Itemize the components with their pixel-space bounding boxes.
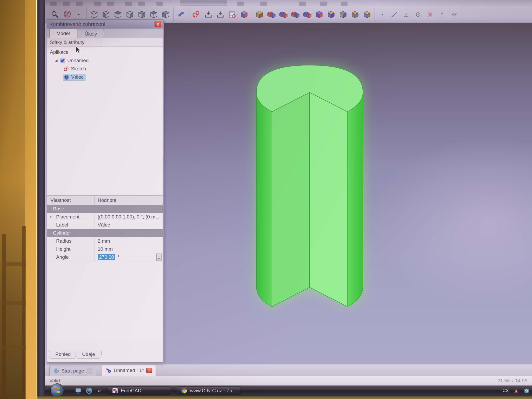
- internet-explorer-icon[interactable]: [86, 387, 92, 394]
- measure-toggle-icon[interactable]: [436, 9, 448, 20]
- angle-editor[interactable]: 270,00 °: [95, 253, 163, 261]
- property-row-angle[interactable]: Angle 270,00 ° ▲ ▼: [47, 253, 163, 261]
- toolbar-partial-icon[interactable]: [299, 2, 306, 6]
- freecad-task-icon: [112, 388, 118, 394]
- tray-red-icon[interactable]: [513, 388, 519, 394]
- tree-item-valec[interactable]: Válec: [47, 73, 163, 81]
- property-col-value[interactable]: Hodnota: [95, 197, 116, 203]
- toolbar-partial-icon[interactable]: [125, 2, 132, 6]
- measure-clear-icon[interactable]: [424, 9, 436, 20]
- chrome-task-icon: [181, 388, 187, 394]
- tab-pohled[interactable]: Pohled: [48, 350, 78, 358]
- panel-close-button[interactable]: x: [155, 21, 161, 27]
- view-top-icon[interactable]: [112, 9, 124, 20]
- spin-down-icon[interactable]: ▼: [158, 258, 160, 260]
- measure-point-icon[interactable]: [377, 9, 388, 20]
- tree-item-sketch[interactable]: Sketch: [47, 65, 163, 73]
- toolbar-partial-icon[interactable]: [320, 2, 327, 6]
- show-desktop-icon[interactable]: [75, 387, 82, 394]
- tab-close-icon[interactable]: ✕: [146, 368, 152, 373]
- property-row-placement[interactable]: Placement [(0,00 0,00 1,00); 0 °; (0 m..…: [47, 213, 163, 221]
- part-revolve-icon[interactable]: [325, 9, 337, 20]
- draft-pen-icon[interactable]: [175, 9, 187, 20]
- property-group-base[interactable]: Base: [47, 205, 163, 213]
- tray-update-icon[interactable]: [524, 388, 529, 394]
- tab-udaje[interactable]: Údaje: [75, 350, 102, 358]
- mouse-cursor: [75, 46, 82, 55]
- language-indicator[interactable]: CS: [502, 388, 509, 393]
- windows-logo-icon: [54, 387, 61, 394]
- part-mirror-icon[interactable]: [337, 9, 349, 20]
- labels-attributes-header[interactable]: Štítky & atributy: [47, 38, 163, 47]
- view-front-icon[interactable]: [100, 9, 112, 20]
- view-axonometric-icon[interactable]: [88, 9, 100, 20]
- expander-icon[interactable]: [55, 59, 58, 62]
- spin-up-icon[interactable]: ▲: [158, 254, 160, 257]
- zoom-icon[interactable]: [49, 9, 61, 20]
- leave-sketch-icon[interactable]: [203, 9, 214, 20]
- part-box-icon[interactable]: [254, 9, 265, 20]
- toolbar-partial-icon[interactable]: [156, 2, 163, 6]
- toolbar-partial-icon[interactable]: [260, 2, 267, 6]
- fit-all-icon[interactable]: [61, 9, 72, 20]
- ladder-rung: [2, 301, 26, 305]
- part-section-icon[interactable]: [302, 9, 313, 20]
- dropdown-caret-icon[interactable]: [73, 9, 84, 20]
- property-row-label[interactable]: Label Válec: [47, 221, 163, 229]
- toolbar-group-draft: [174, 7, 189, 22]
- part-common-icon[interactable]: [290, 9, 301, 20]
- property-col-name[interactable]: Vlastnost: [47, 196, 95, 205]
- toolbar-partial-icon[interactable]: [138, 2, 145, 6]
- view-bottom-icon[interactable]: [148, 9, 159, 20]
- toolbar-partial-icon[interactable]: [94, 2, 101, 6]
- property-row-height[interactable]: Height 10 mm: [47, 245, 163, 253]
- property-row-radius[interactable]: Radius 2 mm: [47, 237, 163, 245]
- row-expander-icon[interactable]: [50, 215, 52, 218]
- tree-item-unnamed[interactable]: Unnamed: [47, 57, 163, 64]
- map-sketch-icon[interactable]: [227, 9, 238, 20]
- freecad-doc-icon: [60, 58, 65, 63]
- tab-model[interactable]: Model: [49, 29, 77, 38]
- document-tab-bar: Start page ✕ Unnamed : 1* ✕: [45, 364, 532, 376]
- toolbar-partial-icon[interactable]: [76, 2, 83, 6]
- toolbar-partial-icon[interactable]: [341, 2, 348, 6]
- reorient-sketch-icon[interactable]: [238, 9, 250, 20]
- measure-linear-icon[interactable]: [389, 9, 400, 20]
- monitor-screen: Kombinované zobrazení x Model Úkoly Štít…: [45, 0, 532, 396]
- tree-selection[interactable]: Válec: [63, 74, 85, 81]
- tab-start-page[interactable]: Start page ✕: [49, 366, 96, 376]
- part-union-icon[interactable]: [278, 9, 289, 20]
- part-extrude-icon[interactable]: [314, 9, 325, 20]
- tab-close-icon[interactable]: ✕: [87, 368, 92, 374]
- toolbar-partial-icon[interactable]: [63, 2, 70, 6]
- measure-refresh-icon[interactable]: [413, 9, 424, 20]
- new-sketch-icon[interactable]: [191, 9, 202, 20]
- part-chamfer-icon[interactable]: [361, 9, 373, 20]
- taskbar-button-freecad[interactable]: FreeCAD: [108, 387, 170, 395]
- tab-unnamed-document[interactable]: Unnamed : 1* ✕: [102, 365, 156, 376]
- clipping-plane-icon[interactable]: [448, 9, 460, 20]
- view-right-icon[interactable]: [124, 9, 136, 20]
- view-left-icon[interactable]: [160, 9, 171, 20]
- tab-ukoly[interactable]: Úkoly: [78, 30, 104, 38]
- 3d-viewport[interactable]: [164, 23, 532, 364]
- toolbar-partial-icon[interactable]: [107, 2, 114, 6]
- angle-value-selected[interactable]: 270,00: [98, 254, 115, 260]
- tree-root-application[interactable]: Aplikace: [47, 48, 163, 56]
- labels-attributes-label: Štítky & atributy: [47, 38, 100, 46]
- panel-title-bar[interactable]: Kombinované zobrazení x: [47, 20, 163, 29]
- angle-spinbox[interactable]: ▲ ▼: [156, 254, 162, 261]
- workbench-selector[interactable]: [180, 1, 227, 5]
- view-rear-icon[interactable]: [136, 9, 148, 20]
- part-fillet-icon[interactable]: [349, 9, 361, 20]
- taskbar-overflow-chevron[interactable]: »: [98, 387, 101, 394]
- property-group-cylinder[interactable]: Cylinder: [47, 229, 163, 237]
- toolbar-partial-icon[interactable]: [50, 2, 57, 6]
- view-sketch-icon[interactable]: [215, 9, 226, 20]
- part-cut-icon[interactable]: [266, 9, 277, 20]
- measure-angular-icon[interactable]: [401, 9, 412, 20]
- start-button[interactable]: [50, 383, 64, 396]
- taskbar-button-browser[interactable]: www.C-N-C.cz - Zo...: [177, 387, 241, 395]
- toolbar-partial-icon[interactable]: [237, 2, 244, 6]
- cylinder-270deg-model[interactable]: [255, 64, 364, 318]
